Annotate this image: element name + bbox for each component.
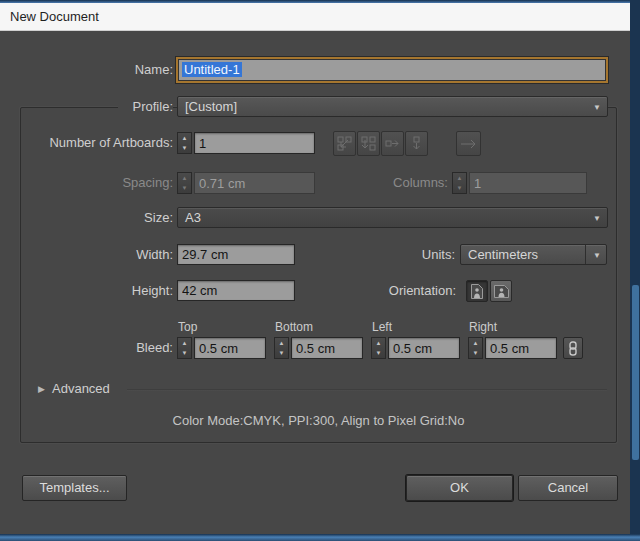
artboards-spinner-up[interactable]: ▲ [178, 133, 191, 143]
name-input-text: Untitled-1 [178, 59, 606, 81]
height-input[interactable] [177, 280, 295, 301]
units-dropdown-arrow-section: ▼ [585, 245, 606, 264]
bleed-right-spinner-up[interactable]: ▲ [469, 338, 482, 348]
grid-by-column-button[interactable] [357, 131, 380, 156]
spacing-label: Spacing: [60, 172, 173, 194]
portrait-page-icon [471, 284, 483, 299]
bleed-left-input[interactable] [388, 337, 460, 359]
orientation-portrait-button[interactable] [466, 280, 488, 302]
units-label: Units: [385, 244, 455, 265]
spacing-spinner-up: ▲ [178, 173, 191, 183]
artboards-spinner-down[interactable]: ▼ [178, 143, 191, 153]
width-input[interactable] [177, 244, 295, 265]
artboards-spinner: ▲ ▼ [177, 132, 192, 154]
name-label: Name: [60, 57, 173, 83]
bleed-top-input[interactable] [194, 337, 266, 359]
spacing-spinner-down: ▼ [178, 183, 191, 193]
bleed-right-input[interactable] [485, 337, 557, 359]
name-input[interactable]: Untitled-1 [176, 57, 608, 83]
artboards-label: Number of Artboards: [28, 132, 173, 154]
arrange-by-column-icon [410, 136, 423, 151]
landscape-page-icon [494, 285, 509, 298]
units-value: Centimeters [468, 247, 538, 262]
height-label: Height: [60, 280, 173, 301]
right-arrow-icon [460, 139, 477, 149]
bleed-left-header: Left [372, 320, 442, 334]
bleed-left-spinner-down[interactable]: ▼ [372, 348, 385, 358]
arrange-by-row-button[interactable] [381, 131, 404, 156]
new-document-dialog: New Document Name: Untitled-1 Profile: [… [0, 0, 640, 541]
document-summary: Color Mode:CMYK, PPI:300, Align to Pixel… [20, 413, 617, 428]
bleed-label: Bleed: [100, 337, 173, 359]
bleed-bottom-input[interactable] [291, 337, 363, 359]
window-right-border-highlight [632, 285, 639, 460]
layout-direction-button[interactable] [456, 131, 481, 156]
bleed-bottom-spinner-up[interactable]: ▲ [275, 338, 288, 348]
grid-by-row-button[interactable] [333, 131, 356, 156]
window-bottom-border [0, 534, 640, 541]
bleed-right-header: Right [469, 320, 539, 334]
bleed-top-spinner: ▲ ▼ [177, 337, 192, 359]
bleed-bottom-header: Bottom [275, 320, 345, 334]
columns-spinner-down: ▼ [453, 183, 466, 193]
units-dropdown[interactable]: Centimeters ▼ [460, 244, 607, 265]
cancel-button[interactable]: Cancel [518, 475, 618, 501]
bleed-left-spinner: ▲ ▼ [371, 337, 386, 359]
advanced-divider [127, 389, 607, 391]
bleed-right-spinner-down[interactable]: ▼ [469, 348, 482, 358]
bleed-bottom-spinner: ▲ ▼ [274, 337, 289, 359]
bleed-bottom-spinner-down[interactable]: ▼ [275, 348, 288, 358]
size-value: A3 [185, 210, 201, 225]
width-label: Width: [60, 244, 173, 265]
orientation-landscape-button[interactable] [490, 280, 512, 302]
orientation-label: Orientation: [355, 280, 456, 301]
columns-input [469, 172, 587, 194]
bleed-top-header: Top [178, 320, 248, 334]
grid-by-column-icon [361, 136, 376, 151]
artboards-input[interactable] [194, 132, 315, 154]
bleed-link-button[interactable] [563, 337, 583, 359]
spacing-input [194, 172, 315, 194]
chain-link-icon [568, 341, 578, 356]
bleed-left-spinner-up[interactable]: ▲ [372, 338, 385, 348]
name-selected-text: Untitled-1 [182, 62, 242, 77]
advanced-disclosure-icon[interactable]: ▶ [38, 384, 45, 394]
bleed-top-spinner-up[interactable]: ▲ [178, 338, 191, 348]
title-bar[interactable]: New Document [0, 3, 630, 31]
profile-value: [Custom] [185, 99, 237, 114]
chevron-down-icon: ▼ [593, 97, 601, 116]
window-right-border [630, 0, 640, 541]
chevron-down-icon: ▼ [593, 208, 601, 227]
bleed-right-spinner: ▲ ▼ [468, 337, 483, 359]
advanced-label[interactable]: Advanced [52, 381, 122, 396]
chevron-down-icon: ▼ [593, 245, 601, 264]
dialog-title: New Document [10, 3, 99, 31]
grid-by-row-icon [337, 136, 352, 151]
size-label: Size: [100, 207, 173, 228]
profile-label: Profile: [118, 96, 173, 117]
size-dropdown[interactable]: A3 ▼ [177, 207, 608, 228]
templates-button[interactable]: Templates... [22, 475, 127, 501]
arrange-by-row-icon [385, 137, 400, 150]
spacing-spinner: ▲ ▼ [177, 172, 192, 194]
columns-label: Columns: [340, 172, 448, 194]
profile-dropdown[interactable]: [Custom] ▼ [177, 96, 608, 117]
arrange-by-column-button[interactable] [405, 131, 428, 156]
columns-spinner-up: ▲ [453, 173, 466, 183]
bleed-top-spinner-down[interactable]: ▼ [178, 348, 191, 358]
ok-button[interactable]: OK [406, 475, 513, 501]
columns-spinner: ▲ ▼ [452, 172, 467, 194]
